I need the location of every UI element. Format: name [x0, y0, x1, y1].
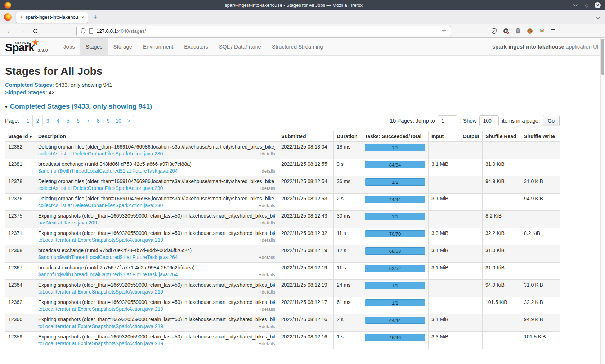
details-toggle[interactable]: +details	[259, 237, 275, 243]
completed-stages-section-header[interactable]: ▾ Completed Stages (9433, only showing 9…	[5, 103, 600, 110]
stage-detail-link[interactable]: $anonfun$withThreadLocalCaptured$1 at Fu…	[38, 272, 178, 277]
stage-detail-link[interactable]: toLocalIterator at ExpireSnapshotsSparkA…	[38, 289, 163, 295]
tasks-cell: 1/1	[362, 176, 429, 194]
page-button-5[interactable]: 5	[63, 115, 73, 126]
extension-asterisk-icon[interactable]	[539, 28, 545, 34]
scrollbar-thumb[interactable]	[601, 39, 604, 75]
details-toggle[interactable]: +details	[259, 306, 275, 312]
header-shuffle-write[interactable]: Shuffle Write	[521, 131, 560, 142]
new-tab-button[interactable]: +	[93, 13, 97, 21]
header-shuffle-read[interactable]: Shuffle Read	[483, 131, 521, 142]
shuffle-write-cell	[521, 211, 560, 228]
stage-detail-link[interactable]: $anonfun$withThreadLocalCaptured$1 at Fu…	[38, 168, 178, 174]
submitted-cell: 2022/11/25 08:12:43	[278, 211, 334, 228]
details-toggle[interactable]: +details	[259, 186, 275, 191]
details-toggle[interactable]: +details	[259, 255, 275, 260]
stage-description: Deleting orphan files (older_than=166910…	[38, 144, 275, 150]
header-description[interactable]: Description	[35, 131, 278, 142]
submitted-cell: 2022/11/25 08:12:53	[278, 194, 334, 211]
stage-detail-link[interactable]: collectAsList at DeleteOrphanFilesSparkA…	[38, 151, 163, 156]
stage-detail-link[interactable]: hasNext at Tasks.java:209	[38, 220, 97, 226]
stage-description: Expiring snapshots (older_than=166932055…	[38, 230, 275, 236]
nav-item-sql-dataframe[interactable]: SQL / DataFrame	[214, 38, 266, 55]
tasks-cell: 1/1	[362, 280, 429, 297]
url-input[interactable]: 127.0.0.1:4040/stages/	[97, 28, 439, 34]
submitted-cell: 2022/11/25 08:12:19	[278, 245, 334, 263]
stage-detail-link[interactable]: $anonfun$withThreadLocalCaptured$1 at Fu…	[38, 254, 178, 260]
details-toggle[interactable]: +details	[259, 151, 275, 156]
tab-bar: ★ spark-ingest-into-lakehous × +	[0, 10, 605, 24]
tasks-progress-bar: 44/44	[365, 317, 425, 324]
page-button-6[interactable]: 6	[73, 115, 83, 126]
input-cell: 3.1 MiB	[429, 263, 460, 280]
cookie-icon[interactable]	[527, 28, 533, 34]
stage-detail-link[interactable]: toLocalIterator at ExpireSnapshotsSparkA…	[38, 306, 163, 312]
browser-tab[interactable]: ★ spark-ingest-into-lakehous ×	[16, 12, 88, 23]
stage-detail-link[interactable]: toLocalIterator at ExpireSnapshotsSparkA…	[38, 323, 163, 329]
go-button[interactable]: Go	[543, 115, 560, 126]
stage-detail-link[interactable]: collectAsList at DeleteOrphanFilesSparkA…	[38, 185, 163, 191]
page-scrollbar[interactable]	[600, 38, 605, 364]
table-row: 12360 Expiring snapshots (older_than=166…	[5, 314, 560, 332]
header-duration[interactable]: Duration	[334, 131, 362, 142]
nav-item-environment[interactable]: Environment	[138, 38, 179, 55]
nav-item-stages[interactable]: Stages	[80, 38, 108, 55]
stage-detail-link[interactable]: toLocalIterator at ExpireSnapshotsSparkA…	[38, 341, 163, 346]
container-mask-icon[interactable]	[503, 28, 509, 34]
minimize-button[interactable]	[572, 2, 579, 8]
nav-item-storage[interactable]: Storage	[108, 38, 138, 55]
header-tasks[interactable]: Tasks: Succeeded/Total	[362, 131, 429, 142]
details-toggle[interactable]: +details	[259, 203, 275, 208]
details-toggle[interactable]: +details	[259, 341, 275, 346]
details-toggle[interactable]: +details	[259, 168, 275, 174]
table-row: 12368 broadcast exchange (runId 97bdf70e…	[5, 245, 560, 263]
url-bar[interactable]: 127.0.0.1:4040/stages/ ☆	[76, 26, 451, 36]
shield-icon[interactable]	[81, 28, 86, 34]
reload-button[interactable]	[33, 28, 38, 34]
ublock-shield-icon[interactable]	[515, 28, 521, 34]
tasks-cell: 44/44	[362, 314, 429, 332]
page-info-icon[interactable]	[89, 28, 93, 34]
stage-detail-link[interactable]: toLocalIterator at ExpireSnapshotsSparkA…	[38, 237, 163, 243]
list-tabs-icon[interactable]	[596, 14, 599, 21]
page-button-2[interactable]: 2	[33, 115, 43, 126]
page-button-1[interactable]: 1	[23, 115, 33, 126]
nav-item-structured-streaming[interactable]: Structured Streaming	[266, 38, 328, 55]
details-toggle[interactable]: +details	[259, 324, 275, 329]
items-per-page-input[interactable]	[479, 115, 499, 126]
forward-button[interactable]: →	[20, 28, 26, 34]
page-button-8[interactable]: 8	[93, 115, 103, 126]
input-cell	[429, 142, 460, 159]
skipped-stages-link[interactable]: Skipped Stages:	[5, 89, 47, 95]
header-input[interactable]: Input	[429, 131, 460, 142]
description-cell: Expiring snapshots (older_than=166932055…	[35, 211, 278, 228]
jump-to-page-input[interactable]	[438, 115, 457, 126]
tasks-cell: 44/44	[362, 194, 429, 211]
close-button[interactable]: ×	[595, 2, 601, 8]
page-button-next[interactable]: >	[124, 115, 134, 126]
stage-detail-link[interactable]: collectAsList at DeleteOrphanFilesSparkA…	[38, 203, 163, 208]
submitted-cell: 2022/11/25 08:12:17	[278, 297, 334, 314]
nav-item-jobs[interactable]: Jobs	[58, 38, 80, 55]
maximize-button[interactable]: ◇	[583, 2, 590, 8]
details-toggle[interactable]: +details	[259, 289, 275, 295]
completed-stages-link[interactable]: Completed Stages:	[5, 82, 54, 88]
nav-item-executors[interactable]: Executors	[179, 38, 214, 55]
details-toggle[interactable]: +details	[259, 220, 275, 226]
bookmark-star-icon[interactable]: ☆	[442, 28, 447, 34]
menu-hamburger-icon[interactable]: ≡	[551, 27, 555, 35]
header-stage-id[interactable]: Stage Id▾	[5, 131, 35, 142]
details-toggle[interactable]: +details	[259, 272, 275, 277]
privacy-shield-check-icon[interactable]	[491, 28, 497, 34]
tab-close-icon[interactable]: ×	[81, 14, 84, 20]
page-button-4[interactable]: 4	[53, 115, 63, 126]
header-submitted[interactable]: Submitted	[278, 131, 334, 142]
page-button-9[interactable]: 9	[103, 115, 113, 126]
header-output[interactable]: Output	[460, 131, 483, 142]
page-button-3[interactable]: 3	[43, 115, 53, 126]
pages-summary: 10 Pages. Jump to	[390, 118, 435, 124]
page-button-10[interactable]: 10	[113, 115, 124, 126]
spark-logo[interactable]: APACHE Spark ★ 3.3.0	[5, 38, 48, 55]
page-button-7[interactable]: 7	[83, 115, 93, 126]
back-button[interactable]: ←	[7, 28, 13, 34]
